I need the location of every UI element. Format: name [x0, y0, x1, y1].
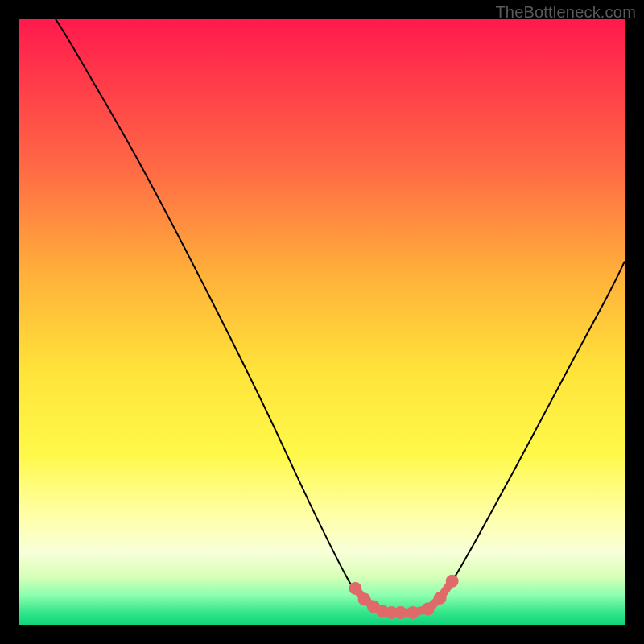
optimal-point [394, 606, 407, 619]
bottleneck-curve [19, 19, 625, 613]
optimal-point [434, 592, 447, 605]
optimal-point [422, 602, 435, 615]
optimal-point [407, 606, 419, 619]
optimal-point [349, 582, 361, 595]
plot-area [19, 19, 625, 625]
optimal-point [446, 575, 459, 588]
chart-frame: TheBottleneck.com [0, 0, 644, 644]
optimal-region [349, 575, 458, 619]
curve-svg [19, 19, 625, 625]
